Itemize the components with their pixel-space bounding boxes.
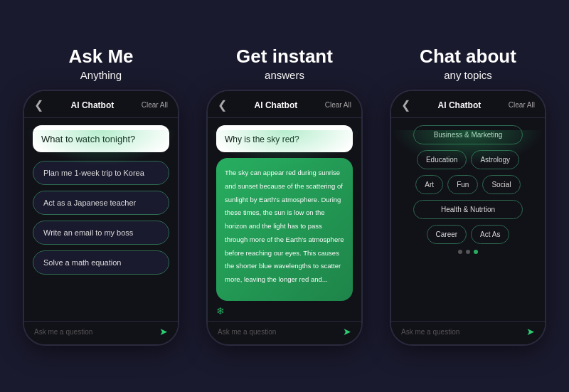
input-placeholder-3: Ask me a question: [401, 328, 459, 336]
clear-button-2[interactable]: Clear All: [325, 101, 351, 109]
topic-social[interactable]: Social: [482, 175, 520, 194]
back-button-3[interactable]: ❮: [401, 98, 410, 112]
topic-health[interactable]: Health & Nutrtion: [413, 200, 523, 219]
topic-art[interactable]: Art: [415, 175, 443, 194]
search-text-2: Why is the sky red?: [225, 134, 299, 144]
topic-astrology[interactable]: Astrology: [471, 150, 519, 169]
bottom-bar-2: Ask me a question ➤: [208, 321, 361, 344]
topic-actas[interactable]: Act As: [471, 225, 509, 244]
topic-career[interactable]: Career: [427, 225, 467, 244]
answer-text: The sky can appear red during sunrise an…: [225, 169, 344, 283]
phone-frame-1: ❮ AI Chatbot Clear All What to watch ton…: [23, 90, 179, 346]
phone-frame-2: ❮ AI Chatbot Clear All Why is the sky re…: [206, 90, 363, 346]
clear-button-3[interactable]: Clear All: [509, 101, 535, 109]
divider-2: [208, 117, 361, 118]
panel2-title: Get instant: [236, 46, 333, 67]
topbar-title-2: AI Chatbot: [255, 100, 298, 110]
panel3-title: Chat about: [420, 46, 516, 67]
clear-button-1[interactable]: Clear All: [142, 101, 168, 109]
topic-education[interactable]: Education: [417, 150, 467, 169]
topic-fun[interactable]: Fun: [447, 175, 478, 194]
suggestion-btn-0[interactable]: Plan me 1-week trip to Korea: [33, 161, 169, 185]
suggestion-btn-1[interactable]: Act as a Japanese teacher: [33, 191, 169, 215]
topic-business[interactable]: Business & Marketing: [413, 125, 523, 144]
input-placeholder-2: Ask me a question: [218, 328, 276, 336]
topbar-title-3: AI Chatbot: [438, 100, 482, 110]
panel-chat-about: Chat about any topics ❮ AI Chatbot Clear…: [383, 46, 553, 346]
search-box-1[interactable]: What to watch tonight?: [33, 125, 169, 152]
topics-row-2: Education Astrology: [400, 150, 536, 169]
topics-row-5: Career Act As: [400, 225, 536, 244]
panel1-title: Ask Me: [68, 46, 133, 67]
dot-2: [466, 250, 470, 254]
panel-get-instant: Get instant answers ❮ AI Chatbot Clear A…: [199, 46, 370, 346]
send-icon-3[interactable]: ➤: [526, 326, 535, 337]
panel2-subtitle: answers: [265, 69, 304, 81]
topbar-3: ❮ AI Chatbot Clear All: [391, 91, 545, 117]
back-button-1[interactable]: ❮: [34, 98, 43, 112]
search-text-1: What to watch tonight?: [41, 134, 135, 144]
send-icon-1[interactable]: ➤: [159, 326, 168, 337]
back-button-2[interactable]: ❮: [218, 98, 227, 112]
topbar-2: ❮ AI Chatbot Clear All: [208, 91, 361, 117]
search-box-2[interactable]: Why is the sky red?: [216, 125, 353, 152]
p3-content: Business & Marketing Education Astrology…: [391, 118, 545, 321]
topics-row-full-2: Health & Nutrtion: [400, 200, 536, 219]
bottom-bar-1: Ask me a question ➤: [24, 321, 178, 344]
topbar-title-1: AI Chatbot: [71, 100, 115, 110]
topics-row-full-1: Business & Marketing: [400, 125, 536, 144]
panel3-subtitle: any topics: [444, 69, 492, 81]
panel1-subtitle: Anything: [80, 69, 122, 81]
answer-bubble: The sky can appear red during sunrise an…: [216, 158, 353, 301]
dots-row: [400, 250, 536, 254]
topics-row-3: Art Fun Social: [400, 175, 536, 194]
dot-1: [458, 250, 462, 254]
suggestion-btn-3[interactable]: Solve a math equation: [33, 250, 169, 275]
send-icon-2[interactable]: ➤: [343, 326, 351, 337]
topbar-1: ❮ AI Chatbot Clear All: [24, 91, 178, 117]
snowflake-icon: ❄: [216, 305, 353, 317]
bottom-bar-3: Ask me a question ➤: [391, 321, 545, 344]
panel-ask-me: Ask Me Anything ❮ AI Chatbot Clear All W…: [16, 46, 186, 346]
p1-content: What to watch tonight? Plan me 1-week tr…: [24, 118, 178, 321]
phone-frame-3: ❮ AI Chatbot Clear All Business & Market…: [390, 90, 546, 346]
dot-3: [474, 250, 478, 254]
suggestion-btn-2[interactable]: Write an email to my boss: [33, 221, 169, 245]
input-placeholder-1: Ask me a question: [34, 328, 92, 336]
